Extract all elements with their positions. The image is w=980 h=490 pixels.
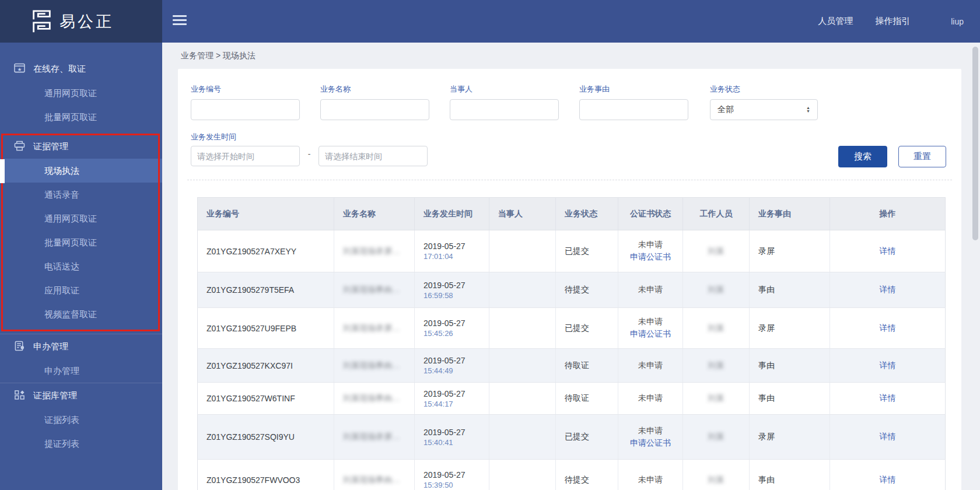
- sidebar-item-evidence-3[interactable]: 批量网页取证: [0, 230, 162, 254]
- sidebar-item-evidence-2[interactable]: 通用网页取证: [0, 206, 162, 230]
- end-time-input[interactable]: [318, 146, 428, 166]
- document-icon: [14, 341, 25, 353]
- cert-status-text: 未申请: [618, 393, 682, 404]
- label-business-reason: 业务事由: [579, 84, 610, 94]
- cell-business-name: 刘某现场录屏…: [334, 230, 415, 272]
- breadcrumb: 业务管理 > 现场执法: [181, 51, 256, 61]
- cell-party: [489, 272, 556, 308]
- col-header-6: 工作人员: [683, 198, 750, 230]
- cell-reason: 事由: [750, 349, 830, 383]
- nav-operation-guide[interactable]: 操作指引: [875, 16, 910, 27]
- sidebar-item-online-1[interactable]: 批量网页取证: [0, 105, 162, 129]
- scrollbar[interactable]: [972, 47, 978, 240]
- sidebar: ★在线存、取证通用网页取证批量网页取证证据管理现场执法通话录音通用网页取证批量网…: [0, 43, 162, 490]
- masked-business-name: 刘某现场事由…: [343, 360, 400, 370]
- party-input[interactable]: [450, 99, 559, 120]
- breadcrumb-current: 现场执法: [223, 51, 256, 60]
- search-button[interactable]: 搜索: [838, 146, 887, 167]
- cell-business-no: Z01YGZ190527U9FEPB: [198, 308, 334, 349]
- business-time: 15:44:49: [424, 366, 489, 375]
- business-time: 15:45:26: [424, 329, 489, 338]
- col-header-1: 业务名称: [334, 198, 415, 230]
- detail-link[interactable]: 详情: [880, 432, 896, 442]
- business-reason-input[interactable]: [579, 99, 688, 120]
- sidebar-item-evidence-0[interactable]: 现场执法: [0, 159, 162, 183]
- apply-cert-link[interactable]: 申请公证书: [630, 329, 671, 340]
- sidebar-group-header-library[interactable]: 证据库管理: [0, 383, 162, 408]
- masked-business-name: 刘某现场录屏…: [343, 323, 400, 332]
- masked-staff-name: 刘某: [708, 475, 724, 484]
- sidebar-item-evidence-6[interactable]: 视频监督取证: [0, 302, 162, 326]
- sidebar-item-library-0[interactable]: 证据列表: [0, 408, 162, 432]
- masked-staff-name: 刘某: [708, 246, 724, 256]
- cert-status-text: 未申请: [618, 475, 682, 485]
- masked-staff-name: 刘某: [708, 360, 724, 370]
- sidebar-item-evidence-1[interactable]: 通话录音: [0, 183, 162, 206]
- top-bar: 易公正 人员管理 操作指引 liup: [0, 0, 980, 43]
- business-date: 2019-05-27: [424, 318, 489, 328]
- reset-button[interactable]: 重置: [898, 146, 946, 167]
- business-time: 15:44:17: [424, 400, 489, 408]
- cell-cert-status: 未申请申请公证书: [618, 308, 683, 349]
- logo: 易公正: [0, 0, 162, 43]
- col-header-2: 业务发生时间: [415, 198, 489, 230]
- col-header-3: 当事人: [489, 198, 556, 230]
- sidebar-group-evidence: 证据管理现场执法通话录音通用网页取证批量网页取证电话送达应用取证视频监督取证: [0, 134, 162, 326]
- label-business-no: 业务编号: [191, 84, 221, 94]
- cell-cert-status: 未申请申请公证书: [618, 415, 683, 460]
- cell-business-no: Z01YGZ190527A7XEYY: [198, 230, 334, 272]
- cell-business-name: 刘某现场事由…: [334, 349, 415, 383]
- cell-staff: 刘某: [683, 230, 750, 272]
- cell-business-no: Z01YGZ190527W6TINF: [198, 383, 334, 415]
- business-status-select[interactable]: 全部 ▲▼: [710, 99, 818, 120]
- start-time-input[interactable]: [191, 146, 300, 166]
- detail-link[interactable]: 详情: [880, 246, 896, 257]
- col-header-0: 业务编号: [198, 198, 334, 230]
- detail-link[interactable]: 详情: [880, 285, 896, 295]
- masked-staff-name: 刘某: [708, 323, 724, 332]
- cell-cert-status: 未申请: [618, 272, 683, 308]
- breadcrumb-parent[interactable]: 业务管理: [181, 51, 214, 60]
- business-no-input[interactable]: [191, 99, 300, 120]
- sidebar-group-header-evidence[interactable]: 证据管理: [0, 134, 162, 159]
- apply-cert-link[interactable]: 申请公证书: [630, 438, 671, 449]
- business-date: 2019-05-27: [424, 389, 489, 398]
- sidebar-item-online-0[interactable]: 通用网页取证: [0, 81, 162, 105]
- menu-toggle-icon[interactable]: [173, 15, 187, 27]
- sidebar-item-apply-0[interactable]: 申办管理: [0, 359, 162, 383]
- detail-link[interactable]: 详情: [880, 323, 896, 334]
- table-row: Z01YGZ190527SQI9YU刘某现场录屏…2019-05-2715:40…: [198, 415, 946, 460]
- cell-cert-status: 未申请: [618, 460, 683, 490]
- detail-link[interactable]: 详情: [880, 393, 896, 404]
- cert-status-text: 未申请: [618, 285, 682, 295]
- cell-business-name: 刘某现场事由…: [334, 383, 415, 415]
- sidebar-item-library-1[interactable]: 提证列表: [0, 432, 162, 456]
- sidebar-group-header-apply[interactable]: 申办管理: [0, 334, 162, 359]
- cell-action: 详情: [830, 308, 946, 349]
- nav-personnel-management[interactable]: 人员管理: [818, 16, 853, 27]
- detail-link[interactable]: 详情: [880, 475, 896, 485]
- cell-staff: 刘某: [683, 308, 750, 349]
- cell-action: 详情: [830, 230, 946, 272]
- sidebar-item-evidence-5[interactable]: 应用取证: [0, 278, 162, 302]
- detail-link[interactable]: 详情: [880, 360, 896, 371]
- business-time: 15:40:41: [424, 438, 489, 447]
- sidebar-group-header-online[interactable]: ★在线存、取证: [0, 57, 162, 81]
- cell-action: 详情: [830, 383, 946, 415]
- table-row: Z01YGZ1905279T5EFA刘某现场事由…2019-05-2716:59…: [198, 272, 946, 308]
- user-menu[interactable]: liup: [951, 17, 964, 26]
- cell-staff: 刘某: [683, 383, 750, 415]
- content-card: 业务编号 业务名称 当事人 业务事由 业务状态 全部 ▲▼ 业务发生时间 - 搜…: [178, 69, 961, 490]
- masked-staff-name: 刘某: [708, 432, 724, 441]
- sidebar-item-evidence-4[interactable]: 电话送达: [0, 254, 162, 278]
- label-business-name: 业务名称: [320, 84, 351, 94]
- cell-reason: 事由: [750, 272, 830, 308]
- business-time: 16:59:58: [424, 291, 489, 300]
- business-name-input[interactable]: [320, 99, 429, 120]
- apply-cert-link[interactable]: 申请公证书: [630, 252, 671, 262]
- cell-reason: 录屏: [750, 415, 830, 460]
- window-star-icon: ★: [14, 63, 25, 75]
- sidebar-group-library: 证据库管理证据列表提证列表: [0, 383, 162, 456]
- label-business-status: 业务状态: [710, 84, 740, 94]
- breadcrumb-separator: >: [216, 51, 220, 60]
